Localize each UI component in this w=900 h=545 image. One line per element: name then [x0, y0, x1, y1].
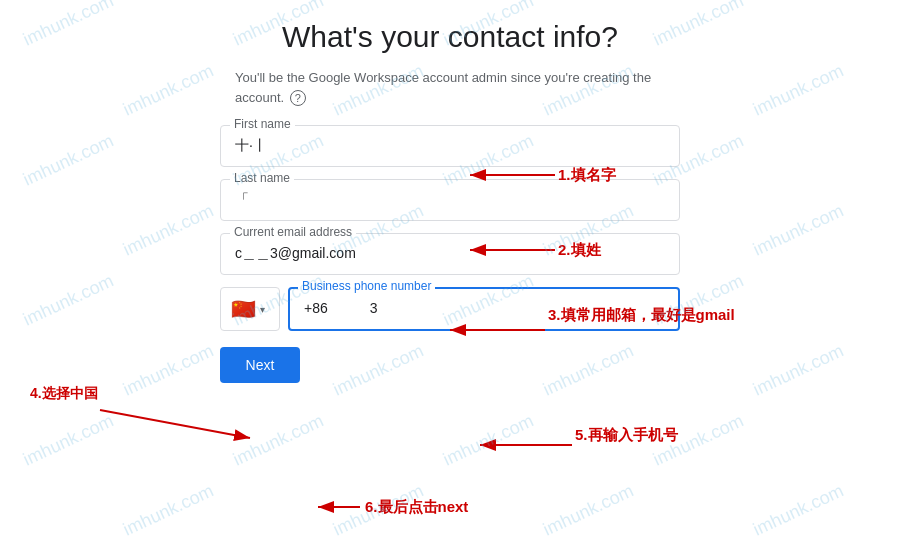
help-icon[interactable]: ? — [290, 90, 306, 106]
email-field: Current email address — [220, 233, 680, 275]
last-name-input[interactable] — [220, 179, 680, 221]
main-container: What's your contact info? You'll be the … — [0, 0, 900, 545]
last-name-label: Last name — [230, 171, 294, 185]
next-button[interactable]: Next — [220, 347, 300, 383]
form-container: First name Last name Current email addre… — [220, 125, 680, 383]
email-input[interactable] — [220, 233, 680, 275]
first-name-input[interactable] — [220, 125, 680, 167]
phone-label: Business phone number — [298, 279, 435, 293]
phone-field-wrapper: Business phone number — [288, 287, 680, 331]
first-name-label: First name — [230, 117, 295, 131]
page-title: What's your contact info? — [282, 20, 618, 54]
subtitle: You'll be the Google Workspace account a… — [235, 68, 665, 107]
last-name-field: Last name — [220, 179, 680, 221]
country-selector[interactable]: 🇨🇳 ▾ — [220, 287, 280, 331]
chevron-down-icon: ▾ — [260, 304, 265, 315]
china-flag: 🇨🇳 — [231, 297, 256, 321]
phone-input[interactable] — [288, 287, 680, 331]
phone-row: 🇨🇳 ▾ Business phone number — [220, 287, 680, 331]
email-label: Current email address — [230, 225, 356, 239]
first-name-field: First name — [220, 125, 680, 167]
